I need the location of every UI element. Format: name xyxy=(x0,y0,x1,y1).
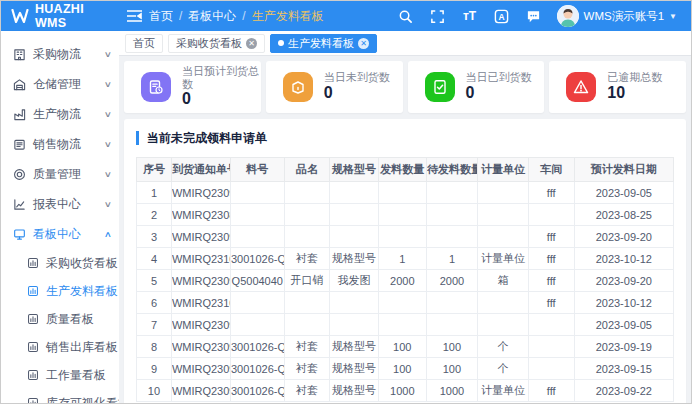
table-cell: Q5004040 xyxy=(230,270,284,292)
bar-chart-icon xyxy=(26,313,39,326)
fullscreen-icon[interactable] xyxy=(429,7,447,25)
table-cell: 7 xyxy=(137,314,172,336)
chevron-down-icon: ▼ xyxy=(669,12,677,21)
table-column-header: 品名 xyxy=(284,158,330,182)
stat-card-value: 0 xyxy=(324,84,390,102)
table-cell xyxy=(284,314,330,336)
stat-card-value: 0 xyxy=(466,84,532,102)
breadcrumb-item[interactable]: 首页 xyxy=(149,8,173,25)
table-cell: 100 xyxy=(378,336,426,358)
sidebar-subitem-quality-board[interactable]: 质量看板 xyxy=(1,305,119,333)
table-cell xyxy=(284,182,330,204)
sidebar-subitem-sales-outbound-board[interactable]: 销售出库看板 xyxy=(1,333,119,361)
tab-close-icon[interactable]: ✕ xyxy=(246,38,257,49)
table-cell: 开口销 xyxy=(284,270,330,292)
main-content: 当日预计到货总数0当日未到货数0当日已到货数0已逾期总数10 当前未完成领料申请… xyxy=(119,56,691,404)
table-cell xyxy=(528,314,574,336)
sidebar-subitem-purchase-receive-board[interactable]: 采购收货看板 xyxy=(1,249,119,277)
table-row: 5WMIRQ2309...Q5004040开口销我发图20002000箱fff2… xyxy=(137,270,674,292)
table-row: 6WMIRQ2310...fff2023-10-12 xyxy=(137,292,674,314)
table-cell: 2023-09-05 xyxy=(574,182,673,204)
pending-requisitions-panel: 当前未完成领料申请单 序号到货通知单号料号品名规格型号发料数量待发料数量计量单位… xyxy=(124,119,686,404)
sidebar-subitem-label: 库存可视化看板 xyxy=(46,395,119,404)
chevron-down-icon: ∨ xyxy=(104,80,112,89)
tab-close-icon[interactable]: ✕ xyxy=(358,38,369,49)
logo-w-icon xyxy=(11,9,29,23)
warning-icon xyxy=(566,72,596,102)
table-cell xyxy=(330,292,378,314)
sidebar-item-board-center[interactable]: 看板中心∧ xyxy=(1,219,119,249)
sidebar-item-label: 质量管理 xyxy=(33,166,81,183)
chevron-up-icon: ∧ xyxy=(104,230,112,239)
account-menu[interactable]: WMS演示账号1 ▼ xyxy=(557,5,677,27)
table-row: 8WMIRQ2309...3001026-Q3...衬套规格型号100100个2… xyxy=(137,336,674,358)
table-cell: 2023-09-22 xyxy=(574,380,673,402)
sidebar-item-warehouse-management[interactable]: 仓储管理∨ xyxy=(1,69,119,99)
sidebar-subitem-label: 质量看板 xyxy=(46,311,94,328)
table-cell xyxy=(426,204,477,226)
tab-purchase-receive-board[interactable]: 采购收货看板✕ xyxy=(168,34,265,53)
tab-home[interactable]: 首页 xyxy=(125,34,163,53)
sidebar-subitem-inventory-visual-board[interactable]: 库存可视化看板 xyxy=(1,389,119,404)
table-cell: fff xyxy=(528,270,574,292)
table-cell xyxy=(426,182,477,204)
breadcrumb: 首页/看板中心/生产发料看板 xyxy=(149,8,324,25)
chevron-down-icon: ∨ xyxy=(104,200,112,209)
chevron-down-icon: ∨ xyxy=(104,140,112,149)
table-column-header: 预计发料日期 xyxy=(574,158,673,182)
report-icon xyxy=(12,197,26,211)
table-cell: 1000 xyxy=(378,380,426,402)
table-row: 1WMIRQ2309...fff2023-09-05 xyxy=(137,182,674,204)
sidebar-subitem-workload-board[interactable]: 工作量看板 xyxy=(1,361,119,389)
production-icon xyxy=(12,107,26,121)
sidebar-item-sales-logistics[interactable]: 销售物流∨ xyxy=(1,129,119,159)
table-column-header: 料号 xyxy=(230,158,284,182)
table-cell: 3001026-Q3... xyxy=(230,358,284,380)
breadcrumb-item[interactable]: 看板中心 xyxy=(188,8,236,25)
table-cell: 10 xyxy=(137,380,172,402)
message-icon[interactable] xyxy=(525,7,543,25)
table-head: 序号到货通知单号料号品名规格型号发料数量待发料数量计量单位车间预计发料日期 xyxy=(137,158,674,182)
table-column-header: 车间 xyxy=(528,158,574,182)
sidebar-item-report-center[interactable]: 报表中心∨ xyxy=(1,189,119,219)
table-cell xyxy=(330,226,378,248)
table-cell: 计量单位 xyxy=(477,248,528,270)
table-cell: WMIRQ2309... xyxy=(171,270,230,292)
search-icon[interactable] xyxy=(397,7,415,25)
language-icon[interactable]: A xyxy=(493,7,511,25)
bar-chart-icon xyxy=(26,341,39,354)
breadcrumb-item[interactable]: 生产发料看板 xyxy=(252,8,324,25)
sidebar-item-purchase-logistics[interactable]: 采购物流∨ xyxy=(1,39,119,69)
table-cell: 我发图 xyxy=(330,270,378,292)
stat-cards: 当日预计到货总数0当日未到货数0当日已到货数0已逾期总数10 xyxy=(124,61,686,113)
table-cell xyxy=(330,204,378,226)
sidebar-item-label: 生产物流 xyxy=(33,106,81,123)
table-cell: fff xyxy=(528,380,574,402)
sidebar-collapse-icon[interactable] xyxy=(119,10,149,22)
sidebar-subitem-production-issue-board[interactable]: 生产发料看板 xyxy=(1,277,119,305)
svg-text:A: A xyxy=(499,11,505,21)
table-cell: fff xyxy=(528,248,574,270)
table-cell: WMIRQ2309... xyxy=(171,380,230,402)
sidebar-subitem-label: 采购收货看板 xyxy=(46,255,118,272)
table-cell: 2023-10-12 xyxy=(574,248,673,270)
bar-chart-icon xyxy=(26,285,39,298)
table-row: 7WMIRQ2309...2023-09-05 xyxy=(137,314,674,336)
tab-label: 采购收货看板 xyxy=(176,36,242,51)
table-cell xyxy=(284,204,330,226)
tab-bar: 首页采购收货看板✕生产发料看板✕ xyxy=(119,31,691,56)
table-cell xyxy=(378,182,426,204)
table-cell xyxy=(378,204,426,226)
table-cell xyxy=(477,204,528,226)
stat-card-label: 当日预计到货总数 xyxy=(182,65,261,90)
sidebar-item-production-logistics[interactable]: 生产物流∨ xyxy=(1,99,119,129)
font-size-icon[interactable]: ᴛT xyxy=(461,7,479,25)
sidebar-item-quality-management[interactable]: 质量管理∨ xyxy=(1,159,119,189)
stat-card-value: 10 xyxy=(607,84,662,102)
table-row: 2WMIRQ2308...2023-08-25 xyxy=(137,204,674,226)
table-cell xyxy=(230,204,284,226)
tab-production-issue-board[interactable]: 生产发料看板✕ xyxy=(270,34,377,53)
warehouse-icon xyxy=(12,77,26,91)
table-cell: 2 xyxy=(137,204,172,226)
table-cell: 2023-09-15 xyxy=(574,358,673,380)
